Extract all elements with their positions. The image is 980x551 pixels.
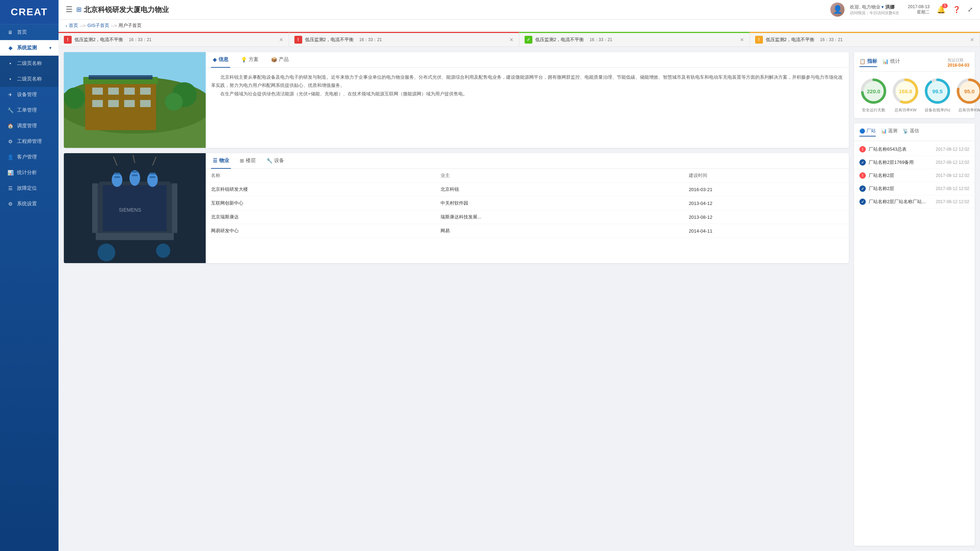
alert-text-3: 低压监测2，电流不平衡: [766, 37, 815, 43]
table-row[interactable]: 互联网创新中心 中关村软件园 2013-04-12: [206, 197, 849, 210]
breadcrumb-item-home[interactable]: 首页: [69, 22, 78, 29]
metrics-tab-index[interactable]: 📋指标: [859, 58, 877, 67]
sub-icon: •: [7, 60, 13, 66]
expand-icon[interactable]: ⤢: [967, 6, 973, 13]
station-tab-signal[interactable]: 📡遥信: [903, 128, 919, 137]
sidebar-label: 故障定位: [17, 185, 37, 192]
alert-icon-1: !: [294, 36, 302, 44]
sidebar-item-home[interactable]: 🖥首页: [0, 24, 59, 40]
notification-bell[interactable]: 🔔 5: [937, 5, 946, 14]
station-time-0: 2017-08-12 12:02: [935, 147, 969, 152]
svg-rect-11: [108, 100, 119, 107]
alert-close-2[interactable]: ✕: [740, 37, 744, 43]
right-column: 📋指标 📊统计 投运日期 2016-04-03 220.0: [854, 52, 975, 546]
chevron-icon: ▾: [49, 46, 51, 50]
station-time-1: 2017-08-12 12:02: [935, 160, 969, 165]
station-name-0: 厂站名称6543总表: [869, 146, 933, 152]
list-item[interactable]: ! 厂站名称2层 2017-08-12 12:02: [854, 169, 975, 182]
alert-item-3[interactable]: ! 低压监测2，电流不平衡 16：33：21 ✕: [750, 32, 980, 46]
tab-floor[interactable]: ⊞楼层: [238, 153, 258, 169]
alert-text-0: 低压监测2，电流不平衡: [75, 37, 123, 43]
station-card: 🔵厂站 📊遥测 📡遥信 ! 厂站名称6543总表 2017-08-12 12:0…: [854, 123, 975, 546]
alert-close-1[interactable]: ✕: [509, 37, 514, 43]
table-row[interactable]: 北京瑞斯康达 瑞斯康达科技发展... 2013-08-12: [206, 210, 849, 224]
svg-rect-28: [114, 173, 120, 175]
gauge-item-1: 168.8 总有功率KW: [891, 77, 920, 113]
status-icon-2: !: [859, 172, 866, 179]
info-tab-header: ◈ 信息 💡 方案 📦 产品: [206, 52, 849, 68]
list-item[interactable]: ! 厂站名称6543总表 2017-08-12 12:02: [854, 143, 975, 156]
tab-device[interactable]: 🔧设备: [265, 153, 286, 169]
dropdown-trigger[interactable]: ▾: [881, 4, 885, 10]
sidebar-item-workorder[interactable]: 🔧工单管理: [0, 102, 59, 118]
station-time-4: 2017-08-12 12:02: [935, 199, 969, 204]
gauge-label-3: 总有功率KW: [958, 108, 980, 113]
building-image: [64, 52, 206, 148]
property-tab-header: ☰物业 ⊞楼层 🔧设备: [206, 153, 849, 169]
left-column: ◈ 信息 💡 方案 📦 产品 北京科锐主要从事配电设备: [64, 52, 849, 546]
alert-close-3[interactable]: ✕: [970, 37, 974, 43]
alert-item-2[interactable]: ✓ 低压监测2，电流不平衡 16：33：21 ✕: [519, 32, 750, 46]
table-row[interactable]: 网易研发中心 网易 2014-04-11: [206, 224, 849, 238]
sidebar-item-dispatch[interactable]: 🏠调度管理: [0, 118, 59, 134]
alert-item-1[interactable]: ! 低压监测2，电流不平衡 16：33：21 ✕: [289, 32, 520, 46]
tab-info[interactable]: ◈ 信息: [211, 52, 230, 68]
alert-item-0[interactable]: ! 低压监测2，电流不平衡 16：33：21 ✕: [59, 32, 289, 46]
sidebar-item-customer[interactable]: 👤客户管理: [0, 149, 59, 165]
sidebar-item-equipment[interactable]: ✈设备管理: [0, 87, 59, 102]
content-area: ◈ 信息 💡 方案 📦 产品 北京科锐主要从事配电设备: [59, 47, 980, 551]
cell-owner: 北京科锐: [435, 183, 684, 197]
svg-rect-32: [150, 173, 155, 175]
breadcrumb-item-gis[interactable]: GIS子首页: [88, 22, 109, 29]
engineer-icon: ⚙: [7, 139, 13, 144]
sidebar-item-sub1[interactable]: •二级页名称: [0, 56, 59, 71]
invest-date: 投运日期 2016-04-03: [948, 57, 969, 68]
cell-owner: 瑞斯康达科技发展...: [435, 210, 684, 224]
gauge-circle-2: 99.5: [923, 77, 951, 105]
list-item[interactable]: ✓ 厂站名称2层1769备用 2017-08-12 12:02: [854, 156, 975, 169]
svg-rect-31: [132, 175, 138, 176]
sidebar-item-fault[interactable]: ☰故障定位: [0, 181, 59, 196]
menu-icon[interactable]: ☰: [65, 5, 73, 14]
tab-product[interactable]: 📦 产品: [269, 52, 291, 68]
sidebar-label: 首页: [17, 29, 27, 35]
station-time-2: 2017-08-12 12:02: [935, 173, 969, 178]
table-row[interactable]: 北京科锐研发大楼 北京科锐 2016-03-21: [206, 183, 849, 197]
dispatch-icon: 🏠: [7, 123, 13, 129]
visit-text: 访问情况：今日访问次数6次: [850, 10, 899, 16]
svg-rect-10: [92, 100, 103, 107]
sidebar-item-sub2[interactable]: •二级页名称: [0, 71, 59, 87]
sidebar-label: 系统设置: [17, 201, 37, 207]
sidebar-item-settings[interactable]: ⚙系统设置: [0, 196, 59, 212]
metrics-tab-stats[interactable]: 📊统计: [883, 58, 900, 67]
svg-text:SIEMENS: SIEMENS: [119, 207, 141, 213]
svg-rect-12: [124, 100, 135, 107]
metrics-card: 📋指标 📊统计 投运日期 2016-04-03 220.0: [854, 52, 975, 118]
tab-property[interactable]: ☰物业: [211, 153, 231, 169]
gauge-label-2: 设备在线率(%): [925, 108, 950, 113]
sidebar-item-stats[interactable]: 📊统计分析: [0, 165, 59, 181]
help-icon[interactable]: ❓: [953, 6, 961, 13]
svg-rect-33: [150, 176, 155, 178]
svg-rect-17: [89, 75, 153, 79]
station-tab-site[interactable]: 🔵厂站: [859, 128, 876, 137]
list-item[interactable]: ✓ 厂站名称2层厂站名称厂站... 2017-08-12 12:02: [854, 195, 975, 208]
svg-point-25: [112, 173, 123, 187]
breadcrumb-item-user[interactable]: 用户子首页: [118, 22, 142, 29]
gauge-item-2: 99.5 设备在线率(%): [923, 77, 951, 113]
sidebar-item-monitor[interactable]: ◈系统监测▾: [0, 40, 59, 56]
metrics-header: 📋指标 📊统计 投运日期 2016-04-03: [859, 57, 969, 71]
alert-close-0[interactable]: ✕: [279, 37, 283, 43]
breadcrumb-back[interactable]: ‹: [65, 23, 67, 29]
sidebar: CREAT 🖥首页◈系统监测▾•二级页名称•二级页名称✈设备管理🔧工单管理🏠调度…: [0, 0, 59, 551]
sidebar-label: 系统监测: [17, 44, 37, 51]
sidebar-item-engineer[interactable]: ⚙工程师管理: [0, 134, 59, 149]
info-card: ◈ 信息 💡 方案 📦 产品 北京科锐主要从事配电设备: [64, 52, 849, 148]
sidebar-label: 工单管理: [17, 107, 37, 113]
gauge-circle-3: 95.0: [955, 77, 980, 105]
cell-name: 北京瑞斯康达: [206, 210, 435, 224]
list-item[interactable]: ✓ 厂站名称2层 2017-08-12 12:02: [854, 182, 975, 195]
station-tab-telemetry[interactable]: 📊遥测: [881, 128, 897, 137]
tab-solution[interactable]: 💡 方案: [239, 52, 260, 68]
header-right: 👤 欢迎, 电力物业 ▾ 洪娜 访问情况：今日访问次数6次 2017-08-13…: [830, 3, 973, 17]
